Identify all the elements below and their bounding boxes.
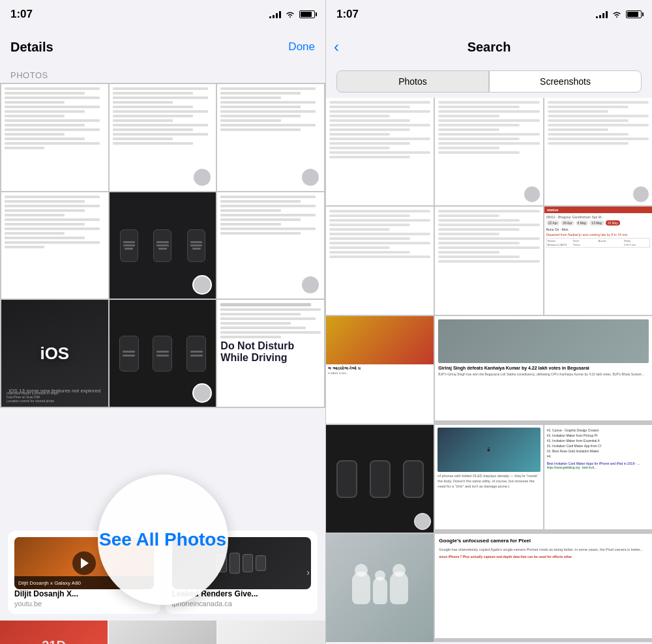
r-google-article[interactable]: Google's unfocused camera for Pixel Goog…: [435, 534, 652, 638]
left-status-time: 1:07: [10, 8, 33, 21]
r-avatar-2: [632, 186, 649, 203]
right-status-bar: 1:07: [326, 0, 652, 29]
strip-cell-1[interactable]: 21D: [0, 621, 108, 644]
signal-icon: [269, 10, 281, 18]
wifi-icon: [285, 10, 295, 18]
article-snippet-1: BJP's Giriraj Singh has won the Begusara…: [438, 372, 649, 377]
r-people-cell[interactable]: [326, 534, 434, 641]
r-cell-1[interactable]: [326, 98, 434, 205]
right-signal-icon: [596, 10, 608, 18]
invitation-link: Best Invitation Card Maker Apps for iPho…: [547, 461, 649, 466]
photo-cell-4[interactable]: [1, 192, 108, 299]
see-all-circle[interactable]: See All Photos: [98, 475, 228, 605]
r-folded-article[interactable]: 📱 of phones with folded OLED displays al…: [435, 425, 542, 529]
tab-screenshots[interactable]: Screenshots: [489, 70, 642, 93]
r-list-cell[interactable]: #1: Canva - Graphic Design Creator #1: I…: [544, 425, 652, 529]
list-item-3: #1: Invitation Maker from Essential A: [547, 438, 649, 443]
see-all-overlay[interactable]: See All Photos: [98, 475, 228, 605]
photo-cell-phones[interactable]: [110, 192, 216, 299]
left-nav-title: Details: [10, 40, 53, 55]
right-photo-grid: status 09412 - Bhajpour Gandhinham Spe M…: [326, 98, 652, 642]
done-button[interactable]: Done: [288, 40, 315, 53]
article-highlight: since iPhone 7 Plus actually capture rea…: [439, 555, 648, 559]
list-item-4: #1: Invitation Card Maker App from Cl: [547, 443, 649, 448]
r-avatar-3: [414, 513, 431, 530]
list-item-6: #4.: [547, 454, 649, 459]
avatar-1: [192, 168, 212, 187]
battery-icon: [299, 10, 315, 18]
strip-cell-3[interactable]: [218, 621, 325, 644]
r-news-1[interactable]: ભ આઇઘોજ તેઓ ઘ ઇ સાઇઘ ઠ ઇઘ...: [326, 316, 434, 424]
invitation-url: https://www.geekblog.org - best-invit...: [547, 466, 649, 469]
r-cell-4[interactable]: [326, 207, 434, 314]
r-cell-2[interactable]: [435, 98, 542, 205]
right-panel: 1:07 ‹ Search Photos Screenshot: [326, 0, 652, 644]
left-scroll-content[interactable]: iOS iOS 13 some new features not explore…: [0, 83, 325, 644]
r-train-cell[interactable]: status 09412 - Bhajpour Gandhinham Spe M…: [544, 207, 652, 314]
photo-cell-5[interactable]: [217, 192, 324, 299]
right-status-time: 1:07: [336, 8, 359, 21]
left-panel: 1:07 Details Done PHOTOS: [0, 0, 326, 644]
strip-cell-2[interactable]: [109, 621, 216, 644]
left-nav-header: Details Done: [0, 29, 325, 65]
photos-section-label: PHOTOS: [0, 65, 325, 83]
play-button[interactable]: [72, 551, 96, 575]
tab-bar: Photos Screenshots: [326, 65, 652, 98]
photo-cell-2[interactable]: [110, 84, 216, 191]
r-cell-3[interactable]: [544, 98, 652, 205]
photo-cell-text2[interactable]: Do Not Disturb While Driving: [217, 300, 324, 407]
article-title-1: Giriraj Singh defeats Kanhaiya Kumar by …: [438, 365, 649, 371]
bottom-strip: 21D: [0, 619, 325, 644]
left-status-icons: [269, 10, 315, 18]
photo-cell-phones2[interactable]: [110, 300, 216, 407]
right-status-icons: [596, 10, 642, 18]
list-item-1: #1: Canva - Graphic Design Creator: [547, 428, 649, 433]
r-cell-5[interactable]: [435, 207, 542, 314]
video-title-bar: Diljit Dosanjh x Galaxy A80: [18, 580, 81, 586]
r-avatar-1: [524, 186, 541, 203]
left-photo-grid: iOS iOS 13 some new features not explore…: [0, 83, 325, 408]
r-article-large[interactable]: Giriraj Singh defeats Kanhaiya Kumar by …: [435, 316, 652, 420]
tab-photos[interactable]: Photos: [336, 70, 489, 93]
see-all-text: See All Photos: [99, 529, 226, 550]
list-item-5: #1: Best Rose Gold Invitation Maker: [547, 448, 649, 454]
r-cell-dark[interactable]: [326, 425, 434, 533]
article-title-2: Google's unfocused camera for Pixel: [439, 538, 648, 544]
search-title: Search: [467, 40, 511, 55]
chevron-right-icon-2: ›: [306, 567, 310, 578]
search-header: ‹ Search: [326, 29, 652, 65]
photo-cell-ios[interactable]: iOS iOS 13 some new features not explore…: [1, 300, 108, 407]
left-status-bar: 1:07: [0, 0, 325, 29]
avatar-2: [301, 168, 320, 187]
right-wifi-icon: [612, 10, 622, 18]
right-scroll-content[interactable]: status 09412 - Bhajpour Gandhinham Spe M…: [326, 98, 652, 644]
list-item-2: #1: Invitation Maker from Pichup Pr: [547, 433, 649, 438]
right-battery-icon: [626, 10, 642, 18]
back-button[interactable]: ‹: [334, 38, 339, 56]
photo-cell-3[interactable]: [217, 84, 324, 191]
photo-cell-1[interactable]: [1, 84, 108, 191]
article-snippet-2: Google has shamelessly copied Apple's si…: [439, 547, 648, 552]
